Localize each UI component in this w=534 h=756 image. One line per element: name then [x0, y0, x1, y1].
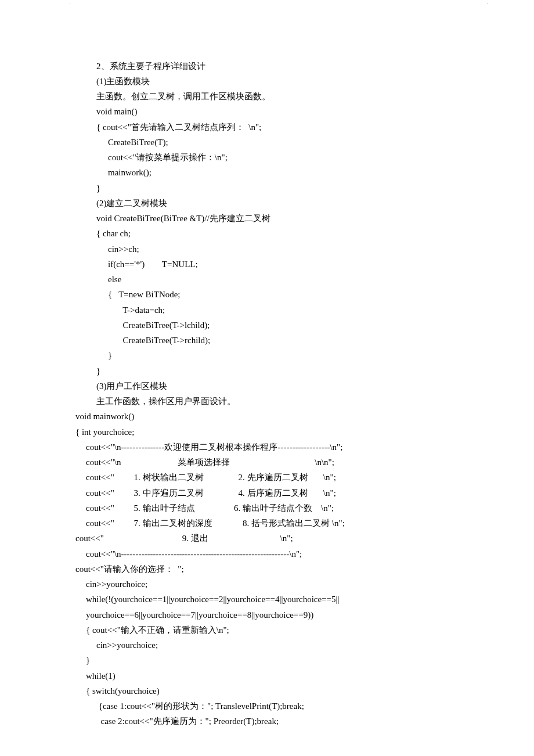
code-line: if(ch=='*') T=NULL; — [75, 257, 459, 272]
code-line: cin>>yourchoice; — [75, 577, 459, 592]
code-line: while(!(yourchoice==1||yourchoice==2||yo… — [75, 592, 459, 607]
code-line: yourchoice==6||yourchoice==7||yourchoice… — [75, 607, 459, 622]
code-line: (3)用户工作区模块 — [75, 379, 459, 394]
code-line: cout<<"\n-------------------------------… — [75, 546, 459, 561]
code-line: case 2:cout<<"先序遍历为："; Preorder(T);break… — [75, 714, 459, 729]
code-line: { switch(yourchoice) — [75, 683, 459, 699]
code-line: cout<<"请按菜单提示操作：\n"; — [75, 150, 459, 165]
code-line: CreateBiTree(T); — [75, 135, 459, 150]
code-line: cout<<"\n 菜单项选择择 \n\n"; — [75, 455, 459, 470]
code-line: cin>>yourchoice; — [75, 638, 459, 653]
code-line: { int yourchoice; — [75, 424, 459, 440]
code-line: cin>>ch; — [75, 242, 459, 257]
code-line: } — [75, 348, 459, 363]
code-line: cout<<" 3. 中序遍历二叉树 4. 后序遍历二叉树 \n"; — [75, 485, 459, 501]
code-line: 主函数。创立二叉树，调用工作区模块函数。 — [75, 89, 459, 104]
code-line: void main() — [75, 104, 459, 119]
code-line: while(1) — [75, 668, 459, 683]
code-line: void mainwork() — [75, 409, 459, 424]
code-line: cout<<"\n---------------欢迎使用二叉树根本操作程序---… — [75, 440, 459, 455]
page-content: 2、系统主要子程序详细设计(1)主函数模块主函数。创立二叉树，调用工作区模块函数… — [0, 24, 534, 753]
code-line: } — [75, 363, 459, 379]
code-line: } — [75, 653, 459, 668]
code-line: cout<<" 9. 退出 \n"; — [75, 531, 459, 546]
code-line: { char ch; — [75, 226, 459, 241]
code-line: { cout<<"输入不正确，请重新输入\n"; — [75, 622, 459, 638]
dot-right: . — [487, 0, 488, 6]
code-line: cout<<"请输入你的选择： "; — [75, 561, 459, 577]
code-line: (2)建立二叉树模块 — [75, 196, 459, 211]
header-marks: . . — [0, 0, 534, 6]
code-line: { T=new BiTNode; — [75, 287, 459, 302]
code-line: else — [75, 272, 459, 287]
code-line: CreateBiTree(T->lchild); — [75, 318, 459, 333]
code-line: cout<<" 5. 输出叶子结点 6. 输出叶子结点个数 \n"; — [75, 501, 459, 516]
code-line: void CreateBiTree(BiTree &T)//先序建立二叉树 — [75, 211, 459, 226]
code-line: } — [75, 181, 459, 196]
code-line: (1)主函数模块 — [75, 74, 459, 89]
code-line: mainwork(); — [75, 165, 459, 180]
code-line: 主工作函数，操作区用户界面设计。 — [75, 394, 459, 409]
code-line: T->data=ch; — [75, 303, 459, 318]
code-line: { cout<<"首先请输入二叉树结点序列： \n"; — [75, 120, 459, 135]
code-line: cout<<" 7. 输出二叉树的深度 8. 括号形式输出二叉树 \n"; — [75, 516, 459, 531]
code-line: 2、系统主要子程序详细设计 — [75, 59, 459, 74]
code-line: cout<<" 1. 树状输出二叉树 2. 先序遍历二叉树 \n"; — [75, 470, 459, 485]
dot-left: . — [70, 0, 71, 6]
page-footer: . v . — [0, 753, 534, 757]
code-line: {case 1:cout<<"树的形状为："; TranslevelPrint(… — [75, 699, 459, 714]
code-line: CreateBiTree(T->rchild); — [75, 333, 459, 348]
